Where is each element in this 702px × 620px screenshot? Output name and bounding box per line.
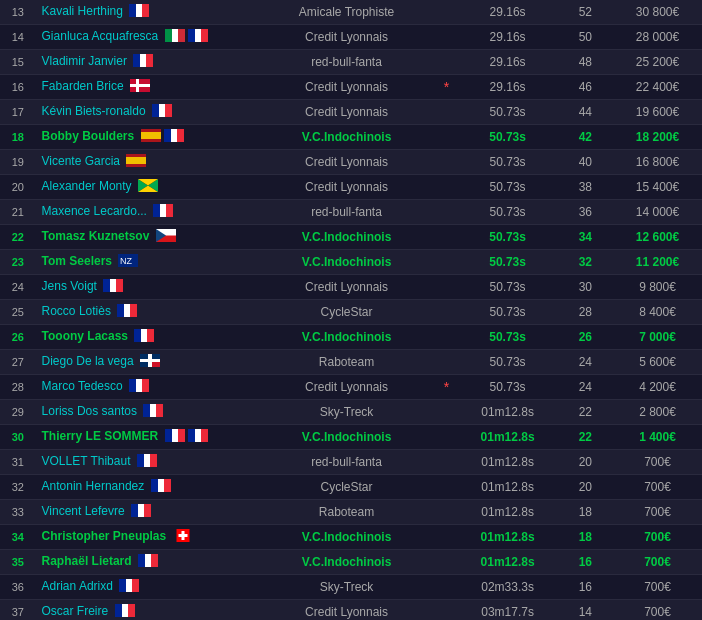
rider-name: Christopher Pneuplas bbox=[42, 529, 167, 543]
table-row: 33 Vincent Lefevre Raboteam 01m12.8s 18 … bbox=[0, 500, 702, 525]
name-cell: Bobby Boulders bbox=[36, 125, 258, 150]
star-cell bbox=[435, 550, 457, 575]
time-value: 01m12.8s bbox=[481, 405, 534, 419]
team-name: V.C.Indochinois bbox=[302, 255, 392, 269]
table-row: 30 Thierry LE SOMMER V.C.Indochinois 01m… bbox=[0, 425, 702, 450]
table-row: 32 Antonin Hernandez CycleStar 01m12.8s … bbox=[0, 475, 702, 500]
table-row: 13 Kavali Herthing Amicale Trophiste 29.… bbox=[0, 0, 702, 25]
prize-value: 30 800€ bbox=[636, 5, 679, 19]
name-cell: Kavali Herthing bbox=[36, 0, 258, 25]
flag-icon bbox=[103, 279, 123, 295]
rank-cell: 36 bbox=[0, 575, 36, 600]
svg-rect-32 bbox=[166, 204, 173, 217]
svg-rect-59 bbox=[172, 429, 178, 442]
team-name: red-bull-fanta bbox=[311, 205, 382, 219]
points-cell: 32 bbox=[558, 250, 614, 275]
points-cell: 18 bbox=[558, 525, 614, 550]
team-name: V.C.Indochinois bbox=[302, 230, 392, 244]
team-name: Sky-Treck bbox=[320, 405, 374, 419]
rider-name: Thierry LE SOMMER bbox=[42, 429, 159, 443]
team-cell: Sky-Treck bbox=[258, 575, 436, 600]
time-value: 50.73s bbox=[490, 180, 526, 194]
star-cell bbox=[435, 175, 457, 200]
rank-cell: 23 bbox=[0, 250, 36, 275]
flag-icon-2 bbox=[188, 429, 208, 445]
svg-rect-1 bbox=[136, 4, 142, 17]
team-name: V.C.Indochinois bbox=[302, 430, 392, 444]
name-cell: Thierry LE SOMMER bbox=[36, 425, 258, 450]
time-cell: 29.16s bbox=[458, 0, 558, 25]
svg-rect-50 bbox=[140, 354, 148, 359]
star-cell bbox=[435, 350, 457, 375]
team-cell: Amicale Trophiste bbox=[258, 0, 436, 25]
table-row: 15 Vladimir Janvier red-bull-fanta 29.16… bbox=[0, 50, 702, 75]
rank-number: 14 bbox=[12, 31, 24, 43]
rank-cell: 18 bbox=[0, 125, 36, 150]
points-value: 50 bbox=[579, 30, 592, 44]
star-cell bbox=[435, 0, 457, 25]
svg-rect-49 bbox=[140, 359, 160, 362]
flag-icon bbox=[126, 154, 146, 170]
prize-value: 700€ bbox=[644, 505, 671, 519]
name-cell: Diego De la vega bbox=[36, 350, 258, 375]
time-value: 29.16s bbox=[490, 5, 526, 19]
team-cell: Credit Lyonnais bbox=[258, 275, 436, 300]
prize-cell: 28 000€ bbox=[613, 25, 702, 50]
time-value: 01m12.8s bbox=[481, 530, 535, 544]
rank-cell: 30 bbox=[0, 425, 36, 450]
rank-cell: 14 bbox=[0, 25, 36, 50]
points-value: 46 bbox=[579, 80, 592, 94]
prize-value: 14 000€ bbox=[636, 205, 679, 219]
flag-icon: NZ bbox=[118, 254, 138, 270]
rider-name: Tooony Lacass bbox=[42, 329, 128, 343]
points-cell: 40 bbox=[558, 150, 614, 175]
name-cell: Maxence Lecardo... bbox=[36, 200, 258, 225]
svg-rect-56 bbox=[150, 404, 156, 417]
rank-number: 16 bbox=[12, 81, 24, 93]
rank-number: 36 bbox=[12, 581, 24, 593]
svg-rect-67 bbox=[151, 479, 158, 492]
time-value: 02m33.3s bbox=[481, 580, 534, 594]
points-value: 40 bbox=[579, 155, 592, 169]
svg-rect-84 bbox=[128, 604, 135, 617]
table-row: 26 Tooony Lacass V.C.Indochinois 50.73s … bbox=[0, 325, 702, 350]
star-cell bbox=[435, 300, 457, 325]
points-value: 16 bbox=[579, 555, 592, 569]
flag-icon bbox=[133, 54, 153, 70]
table-row: 29 Loriss Dos santos Sky-Treck 01m12.8s … bbox=[0, 400, 702, 425]
time-value: 01m12.8s bbox=[481, 480, 534, 494]
points-cell: 28 bbox=[558, 300, 614, 325]
team-name: Credit Lyonnais bbox=[305, 80, 388, 94]
prize-value: 700€ bbox=[644, 530, 671, 544]
rank-cell: 20 bbox=[0, 175, 36, 200]
team-name: Credit Lyonnais bbox=[305, 155, 388, 169]
svg-rect-20 bbox=[164, 129, 171, 142]
rank-number: 31 bbox=[12, 456, 24, 468]
team-name: CycleStar bbox=[321, 305, 373, 319]
rider-name: Bobby Boulders bbox=[42, 129, 135, 143]
rank-cell: 32 bbox=[0, 475, 36, 500]
time-value: 03m17.7s bbox=[481, 605, 534, 619]
table-row: 34 Christopher Pneuplas V.C.Indochinois … bbox=[0, 525, 702, 550]
rank-cell: 35 bbox=[0, 550, 36, 575]
table-row: 22 Tomasz Kuznetsov V.C.Indochinois 50.7… bbox=[0, 225, 702, 250]
svg-rect-53 bbox=[136, 379, 142, 392]
star-cell bbox=[435, 575, 457, 600]
prize-cell: 5 600€ bbox=[613, 350, 702, 375]
svg-rect-68 bbox=[158, 479, 164, 492]
team-cell: Credit Lyonnais bbox=[258, 75, 436, 100]
svg-rect-17 bbox=[165, 104, 172, 117]
svg-rect-5 bbox=[178, 29, 185, 42]
svg-rect-31 bbox=[160, 204, 166, 217]
table-row: 23 Tom Seelers NZ V.C.Indochinois 50.73s… bbox=[0, 250, 702, 275]
star-cell bbox=[435, 425, 457, 450]
team-cell: V.C.Indochinois bbox=[258, 550, 436, 575]
points-cell: 18 bbox=[558, 500, 614, 525]
table-row: 18 Bobby Boulders V.C.Indochinois 50.73s… bbox=[0, 125, 702, 150]
points-value: 34 bbox=[579, 230, 592, 244]
svg-rect-11 bbox=[146, 54, 153, 67]
team-name: CycleStar bbox=[321, 480, 373, 494]
prize-cell: 22 400€ bbox=[613, 75, 702, 100]
rider-name: Jens Voigt bbox=[42, 279, 97, 293]
rider-name: Marco Tedesco bbox=[42, 379, 123, 393]
